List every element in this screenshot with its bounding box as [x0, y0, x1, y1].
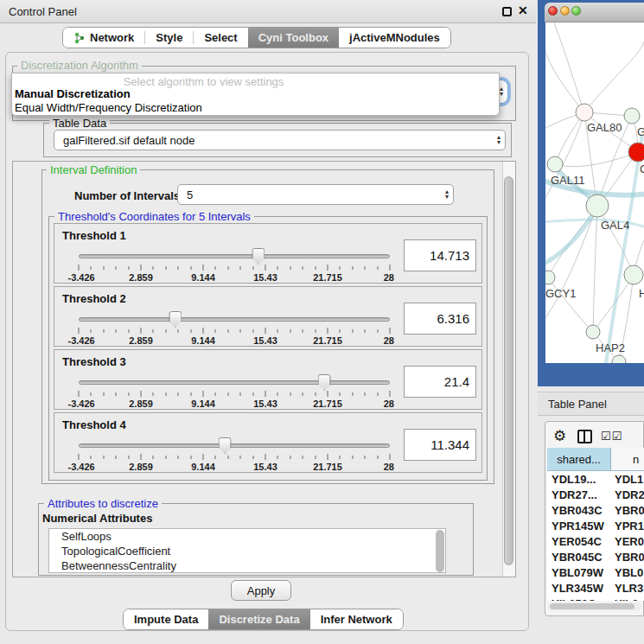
table-row[interactable]: YPR145WYPR1 — [547, 518, 644, 533]
slider-track[interactable] — [79, 443, 390, 448]
numerical-attributes-label: Numerical Attributes — [42, 512, 152, 525]
minimize-window-icon[interactable] — [560, 6, 570, 16]
network-node[interactable] — [586, 325, 600, 339]
slider-handle[interactable] — [318, 374, 331, 391]
table-data-combobox[interactable]: galFiltered.sif default node ▴▾ — [54, 130, 506, 150]
network-node[interactable] — [624, 108, 640, 124]
table-panel-titlebar[interactable]: Table Panel — [538, 392, 644, 416]
node-attribute-table[interactable]: shared... n YDL19...YDL1YDR27...YDR2YBR0… — [547, 448, 644, 601]
table-cell-name: YBR0 — [611, 551, 644, 564]
attribute-list-item[interactable]: SelfLoops — [49, 529, 445, 544]
table-row[interactable]: YLR345WYLR3 — [547, 580, 644, 596]
threshold-slider[interactable]: -3.4262.8599.14415.4321.71528 — [79, 376, 390, 405]
stepper-arrows-icon: ▴▾ — [500, 86, 503, 97]
table-row[interactable]: YIL052CYIL0 — [547, 596, 644, 601]
threshold-slider[interactable]: -3.4262.8599.14415.4321.71528 — [79, 250, 390, 279]
tick-mark — [265, 328, 266, 334]
tick-label: -3.426 — [68, 335, 95, 346]
slider-handle[interactable] — [252, 248, 265, 265]
bottom-tab-infer-network[interactable]: Infer Network — [310, 609, 403, 629]
close-window-icon[interactable] — [548, 6, 558, 16]
tick-mark — [390, 265, 391, 271]
slider-tick-labels: -3.4262.8599.14415.4321.71528 — [79, 335, 390, 346]
bottom-tab-impute-data[interactable]: Impute Data — [124, 609, 208, 629]
threshold-slider[interactable]: -3.4262.8599.14415.4321.71528 — [79, 439, 390, 469]
slider-track[interactable] — [79, 380, 390, 385]
tick-mark — [128, 266, 129, 270]
network-window-titlebar[interactable] — [545, 3, 644, 22]
horizontal-scrollbar-track[interactable] — [548, 603, 641, 610]
tick-mark — [91, 266, 92, 270]
tick-mark — [116, 456, 117, 459]
network-node[interactable] — [547, 156, 563, 172]
table-header-name[interactable]: n — [611, 448, 644, 470]
tick-mark — [240, 456, 241, 459]
tick-label: -3.426 — [68, 399, 95, 409]
tab-network[interactable]: Network — [63, 28, 144, 48]
network-node[interactable] — [586, 194, 609, 217]
tab-cyni-toolbox[interactable]: Cyni Toolbox — [248, 28, 339, 48]
network-view-canvas[interactable]: GAL80GCGAL11GAL4GCY1HHAP2 — [545, 22, 644, 363]
network-node[interactable] — [576, 104, 593, 121]
threshold-value-field[interactable]: 21.4 — [404, 366, 476, 398]
gear-icon[interactable]: ⚙ — [553, 427, 566, 445]
split-column-icon[interactable] — [577, 430, 592, 443]
table-row[interactable]: YBL079WYBL0 — [547, 564, 644, 580]
tick-mark — [340, 329, 341, 333]
tick-mark — [79, 265, 80, 271]
table-cell-name: YLR3 — [611, 582, 644, 595]
bottom-tab-discretize-data[interactable]: Discretize Data — [208, 609, 309, 629]
slider-track[interactable] — [79, 254, 390, 258]
close-panel-icon[interactable]: ✕ — [518, 3, 528, 17]
network-node[interactable] — [545, 271, 555, 284]
horizontal-scrollbar-thumb[interactable] — [550, 603, 634, 609]
threshold-label: Threshold 4 — [62, 418, 126, 431]
table-row[interactable]: YBR043CYBR0 — [547, 502, 644, 518]
node-label: GAL11 — [551, 174, 585, 187]
table-row[interactable]: YDL19...YDL1 — [547, 471, 644, 487]
list-scrollbar-thumb[interactable] — [436, 530, 444, 572]
node-label: HAP2 — [596, 341, 625, 354]
table-row[interactable]: YBR045CYBR0 — [547, 549, 644, 564]
network-node[interactable] — [624, 265, 643, 284]
threshold-value-field[interactable]: 11.344 — [404, 429, 476, 461]
number-of-intervals-combobox[interactable]: 5 ▴▾ — [177, 184, 454, 205]
tick-label: 28 — [384, 335, 394, 346]
slider-track[interactable] — [79, 317, 390, 322]
tab-label: Cyni Toolbox — [258, 31, 328, 44]
tick-label: 21.715 — [313, 335, 342, 346]
numerical-attributes-list[interactable]: SelfLoopsTopologicalCoefficientBetweenne… — [48, 528, 446, 573]
tick-label: 28 — [384, 462, 394, 472]
tick-mark — [240, 329, 241, 333]
slider-handle[interactable] — [169, 311, 182, 328]
tick-mark — [277, 456, 278, 459]
tab-style[interactable]: Style — [145, 28, 193, 48]
zoom-window-icon[interactable] — [571, 6, 581, 16]
tick-mark — [141, 454, 142, 460]
table-header-shared[interactable]: shared... — [547, 448, 611, 470]
checkbox-checked-icons[interactable]: ☑☑ — [601, 430, 622, 443]
tick-label: 2.859 — [129, 399, 153, 409]
threshold-slider[interactable]: -3.4262.8599.14415.4321.71528 — [79, 313, 390, 342]
slider-handle[interactable] — [219, 437, 232, 454]
table-row[interactable]: YER054CYER0 — [547, 533, 644, 549]
vertical-scrollbar-thumb[interactable] — [504, 176, 513, 565]
float-window-icon[interactable] — [502, 7, 512, 16]
number-of-intervals-value: 5 — [187, 188, 193, 201]
tab-select[interactable]: Select — [194, 28, 247, 48]
table-cell-shared-name: YLR345W — [547, 582, 611, 595]
algorithm-option[interactable]: Equal Width/Frequency Discretization — [15, 101, 202, 114]
apply-button[interactable]: Apply — [231, 580, 291, 601]
threshold-value-field[interactable]: 6.316 — [404, 303, 476, 335]
network-node[interactable] — [628, 143, 644, 162]
tick-mark — [340, 266, 341, 270]
attribute-list-item[interactable]: BetweennessCentrality — [49, 558, 445, 573]
algorithm-option[interactable]: Manual Discretization — [15, 87, 131, 100]
control-panel-titlebar[interactable]: Control Panel ✕ — [0, 0, 536, 23]
table-row[interactable]: YDR27...YDR2 — [547, 487, 644, 502]
tick-mark — [215, 266, 216, 270]
attribute-list-item[interactable]: TopologicalCoefficient — [49, 544, 445, 558]
tick-mark — [315, 329, 316, 333]
threshold-value-field[interactable]: 14.713 — [404, 239, 476, 271]
tab-jactivemnodules[interactable]: jActiveMNodules — [339, 28, 450, 48]
